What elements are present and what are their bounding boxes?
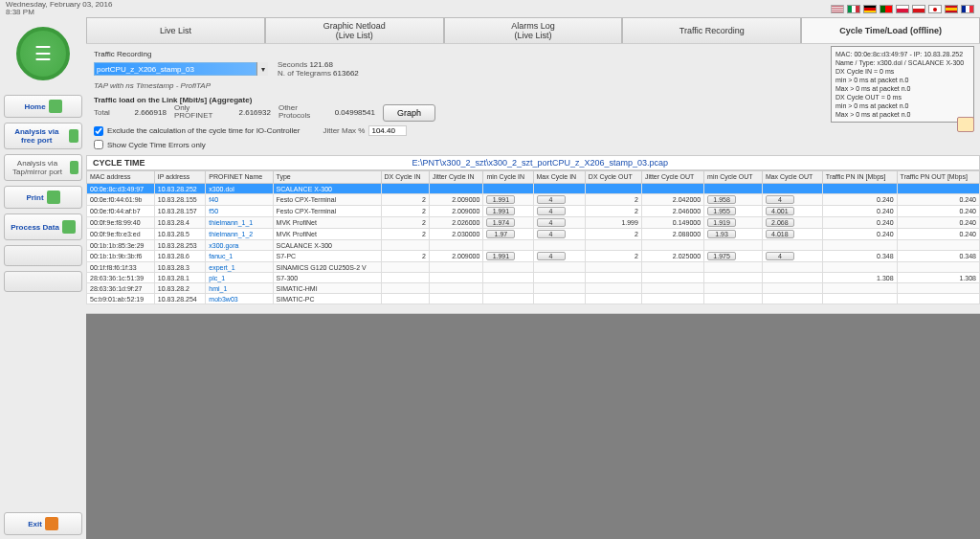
data-icon [62, 220, 76, 234]
cell-button[interactable]: 2.068 [766, 218, 794, 227]
chevron-down-icon[interactable]: ▾ [256, 62, 268, 76]
home-icon [49, 100, 62, 113]
flag-fr[interactable] [961, 5, 974, 13]
cycle-time-table: MAC addressIP addressPROFINET NameTypeDX… [86, 170, 980, 304]
flag-us[interactable] [831, 5, 844, 13]
col-header[interactable]: Jitter Cycle OUT [641, 171, 703, 184]
table-row[interactable]: 00:0e:f0:44:61:9b10.83.28.155f40Festo CP… [87, 194, 980, 206]
cell-button[interactable]: 4 [537, 207, 566, 215]
cell-button[interactable]: 1.991 [486, 207, 515, 215]
table-row[interactable]: 00:0f:9e:f8:99:4010.83.28.4thielmann_1_1… [87, 217, 980, 229]
cell-button[interactable]: 4.001 [766, 207, 794, 215]
cell-button[interactable]: 4 [537, 195, 566, 204]
col-header[interactable]: Max Cycle IN [533, 171, 585, 184]
table-row[interactable]: 5c:b9:01:ab:52:1910.83.28.254mob3w03SIMA… [87, 294, 980, 304]
col-header[interactable]: DX Cycle OUT [585, 171, 641, 184]
cell-button[interactable]: 1.958 [707, 195, 736, 204]
flag-it[interactable] [847, 5, 860, 13]
col-header[interactable]: DX Cycle IN [381, 171, 429, 184]
table-row[interactable]: 00:0f:9e:fb:e3:ed10.83.28.5thielmann_1_2… [87, 229, 980, 240]
print-icon [47, 191, 60, 204]
cell-button[interactable]: 4 [537, 230, 566, 238]
col-header[interactable]: Traffic PN OUT [Mbps] [897, 171, 979, 184]
cell-button[interactable]: 4 [537, 218, 566, 227]
cell-button[interactable]: 1.974 [486, 218, 515, 227]
lang-flags [831, 5, 974, 13]
cell-button[interactable]: 1.97 [486, 230, 515, 238]
recording-select[interactable]: portCPU_z_X206_stamp_03 [94, 62, 256, 76]
nav-print[interactable]: Print [4, 186, 82, 209]
jitter-label: Jitter Max % [323, 126, 365, 135]
nav-home[interactable]: Home [4, 95, 82, 118]
total-value: 2.666918 [116, 108, 168, 117]
graph-button[interactable]: Graph [383, 104, 435, 122]
tab-alarms-log[interactable]: Alarms Log(Live List) [444, 17, 623, 43]
device-info-box: MAC: 00:0e:8c:d3:49:97 - IP: 10.83.28.25… [831, 46, 974, 123]
col-header[interactable]: Type [273, 171, 381, 184]
cell-button[interactable]: 4.018 [766, 230, 794, 238]
col-header[interactable]: Max Cycle OUT [762, 171, 822, 184]
cell-button[interactable]: 1.919 [707, 218, 736, 227]
nav-analysis-tap[interactable]: Analysis via Tap/mirror port [4, 154, 82, 181]
tab-graphic-netload[interactable]: Graphic Netload(Live List) [265, 17, 444, 43]
header-time: 8:38 PM [6, 9, 112, 16]
cell-button[interactable]: 1.991 [486, 195, 515, 204]
cell-button[interactable]: 4 [766, 195, 794, 204]
cell-button[interactable]: 4 [537, 252, 566, 260]
telegrams-value: 613662 [333, 69, 359, 78]
profinet-value: 2.616932 [220, 108, 273, 117]
col-header[interactable]: MAC address [87, 171, 155, 184]
empty-area [86, 314, 980, 539]
table-row[interactable]: 00:0e:8c:d3:49:9710.83.28.252x300.dolSCA… [87, 184, 980, 194]
exclude-io-checkbox[interactable] [94, 126, 103, 136]
table-row[interactable]: 28:63:36:1c:51:3910.83.28.1plc_1S7-3001.… [87, 273, 980, 283]
open-folder-icon[interactable] [957, 117, 974, 132]
seconds-value: 121.68 [309, 60, 332, 69]
nav-exit[interactable]: Exit [4, 512, 82, 535]
cell-button[interactable]: 4 [766, 252, 794, 260]
col-header[interactable]: PROFINET Name [206, 171, 273, 184]
errors-only-checkbox[interactable] [94, 140, 103, 149]
flag-pt[interactable] [880, 5, 893, 13]
other-value: 0.04998541 [324, 108, 377, 117]
col-header[interactable]: min Cycle IN [483, 171, 533, 184]
flag-pl[interactable] [896, 5, 909, 13]
cell-button[interactable]: 1.93 [707, 230, 736, 238]
tab-traffic-recording[interactable]: Traffic Recording [622, 17, 801, 43]
nav-empty-2 [4, 271, 82, 292]
exclude-io-label: Exclude the calculation of the cycle tim… [107, 126, 300, 135]
app-logo: ☰ [16, 27, 70, 80]
table-row[interactable]: 28:63:36:1d:9f:2710.83.28.2hmi_1SIMATIC-… [87, 283, 980, 294]
tab-live-list[interactable]: Live List [86, 17, 265, 43]
exit-icon [45, 517, 58, 530]
flag-cz[interactable] [912, 5, 925, 13]
jitter-input[interactable] [368, 125, 407, 136]
col-header[interactable]: IP address [154, 171, 205, 184]
cell-button[interactable]: 1.975 [707, 252, 736, 260]
col-header[interactable]: min Cycle OUT [704, 171, 763, 184]
table-row[interactable]: 00:1b:1b:85:3e:2910.83.28.253x300.goraSC… [87, 240, 980, 251]
col-header[interactable]: Traffic PN IN [Mbps] [822, 171, 897, 184]
port-icon [69, 129, 78, 143]
flag-de[interactable] [863, 5, 877, 13]
flag-kr[interactable] [928, 5, 942, 13]
pcap-path: E:\PNT\x300_2_szt\x300_2_szt_portCPU_z_X… [145, 158, 935, 168]
tap-icon [70, 161, 78, 174]
col-header[interactable]: Jitter Cycle IN [429, 171, 482, 184]
table-row[interactable]: 00:1f:f8:f6:1f:3310.83.28.3expert_1SINAM… [87, 262, 980, 273]
nav-analysis-free-port[interactable]: Analysis via free port [4, 123, 82, 149]
tab-cycle-time[interactable]: Cycle Time/Load (offline) [801, 17, 980, 43]
cell-button[interactable]: 1.991 [486, 252, 515, 260]
table-row[interactable]: 00:0e:f0:44:af:b710.83.28.157f50Festo CP… [87, 206, 980, 217]
flag-es[interactable] [945, 5, 958, 13]
nav-empty-1 [4, 245, 82, 266]
table-row[interactable]: 00:1b:1b:9b:3b:f610.83.28.6fanuc_1S7-PC2… [87, 251, 980, 262]
nav-process-data[interactable]: Process Data [4, 213, 82, 240]
errors-only-label: Show Cycle Time Errors only [107, 141, 206, 149]
cycle-time-title: CYCLE TIME [93, 158, 145, 168]
cell-button[interactable]: 1.955 [707, 207, 736, 215]
